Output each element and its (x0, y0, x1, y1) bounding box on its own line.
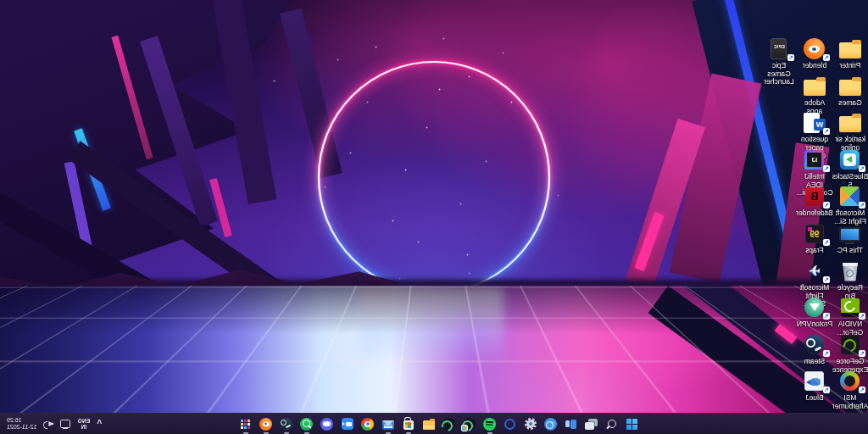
shortcut-arrow-overlay (859, 202, 865, 209)
taskbar-nvidia-geforce-button[interactable] (442, 417, 456, 431)
fraps-icon: 99 (805, 225, 824, 243)
icon-image-box (832, 75, 868, 97)
desktop-icon-msi-afterburner[interactable]: MSI Afterburner (832, 370, 868, 410)
search-icon (606, 418, 619, 431)
taskbar-zoom-button[interactable] (341, 417, 354, 431)
icon-image-box (832, 37, 868, 60)
desktop-icon-bitdefender[interactable]: BBitdefender (797, 185, 832, 218)
shortcut-arrow-overlay (823, 276, 830, 283)
folder-icon (839, 80, 861, 96)
desktop-icon-label: Steam (804, 358, 826, 366)
desktop-icon-label: Printer (839, 62, 860, 70)
taskbar-widgets-button[interactable] (565, 417, 578, 431)
desktop-icon-bluej[interactable]: BlueJ (797, 370, 832, 403)
volume-icon[interactable] (43, 419, 53, 429)
taskbar-pinned-apps (239, 414, 639, 434)
geforce-experience-icon (464, 418, 476, 431)
desktop-icon-label: Bitdefender (796, 209, 832, 218)
nvidia-icon (841, 298, 860, 317)
desktop-icon-microsoft-flight-si[interactable]: Microsoft Flight Si... (832, 185, 868, 225)
whatsapp-icon (301, 418, 314, 431)
task-view-icon (586, 418, 598, 431)
icon-image-box (832, 370, 868, 392)
cortana-icon (545, 418, 558, 431)
icon-image-box (797, 37, 832, 60)
taskbar-task-view-button[interactable] (585, 417, 598, 431)
icon-image-box (797, 333, 832, 356)
taskbar-whatsapp-button[interactable] (300, 417, 314, 431)
taskbar-ring-app-button[interactable] (504, 417, 517, 431)
desktop-icon-label: ProtonVPN (797, 320, 833, 329)
taskbar-spotify-button[interactable] (483, 417, 497, 431)
protonvpn-icon (805, 298, 825, 317)
icon-image-box: IJ (797, 148, 832, 171)
icon-image-box (832, 185, 868, 208)
icon-image-box: W (797, 111, 832, 134)
icon-glyph: B (805, 187, 824, 206)
region-code: IN (77, 424, 90, 431)
tray-overflow-chevron[interactable]: ^ (97, 420, 102, 428)
network-icon[interactable] (60, 420, 70, 429)
desktop-icon-fraps[interactable]: 99Fraps (797, 222, 832, 255)
desktop-icon-label: Fraps (805, 247, 824, 255)
desktop-icon-this-pc[interactable]: This PC (832, 222, 868, 255)
desktop-icon-bluestacks-5[interactable]: BlueStacks 5 (832, 148, 868, 189)
desktop-icon-games[interactable]: Games (832, 75, 868, 108)
desktop-icon-label: Epic Games Launcher (761, 62, 797, 86)
desktop-icon-nvidia-gefor[interactable]: NVIDIA GeFor... (832, 296, 868, 337)
desktop-icon-label: This PC (837, 247, 863, 255)
icon-image-box (797, 370, 832, 392)
taskbar-search-button[interactable] (605, 417, 619, 431)
desktop-icon-recycle-bin[interactable]: Recycle Bin (832, 259, 868, 300)
icon-image-box (797, 75, 832, 97)
icon-image-box: EPIC (761, 37, 797, 60)
shortcut-arrow-overlay (823, 350, 830, 357)
desktop-icon-label: blender (803, 62, 826, 70)
taskbar-start-button[interactable] (626, 417, 639, 431)
icon-image-box: B (797, 185, 832, 208)
steam-icon (805, 335, 825, 354)
language-code: ENG (77, 418, 90, 425)
file-explorer-icon (423, 420, 435, 430)
widgets-icon (565, 418, 578, 431)
desktop-icon-protonvpn[interactable]: ProtonVPN (797, 296, 832, 329)
chrome-icon (362, 418, 375, 431)
taskbar-pixel-game-button[interactable] (239, 417, 253, 431)
taskbar-geforce-experience-button[interactable] (463, 417, 476, 431)
microsoft-store-icon (403, 420, 414, 430)
taskbar-mail-button[interactable] (381, 417, 395, 431)
shortcut-arrow-overlay (823, 313, 830, 320)
desktop-icon-printer[interactable]: Printer (832, 37, 868, 70)
desktop-icon-adobe-apps[interactable]: Adobe apps (797, 75, 832, 115)
icon-image-box (832, 259, 868, 282)
desktop-icon-epic-games-launcher[interactable]: EPICEpic Games Launcher (761, 37, 797, 86)
zoom-icon (342, 418, 353, 430)
taskbar-file-explorer-button[interactable] (422, 417, 436, 431)
desktop-icon-label: MSI Afterburner (832, 394, 868, 410)
taskbar-microsoft-store-button[interactable] (402, 417, 415, 431)
intellij-icon: IJ (805, 150, 825, 170)
shortcut-arrow-overlay (823, 165, 830, 172)
shortcut-arrow-overlay (787, 54, 794, 61)
blender-icon (260, 418, 273, 431)
taskbar-steam-button[interactable] (280, 417, 293, 431)
desktop-icon-geforce-experience[interactable]: GeForce Experience (832, 333, 868, 374)
word-icon: W (804, 113, 820, 133)
icon-image-box (832, 333, 868, 356)
taskbar-settings-button[interactable] (524, 417, 537, 431)
thispc-icon (840, 227, 861, 242)
taskbar-blender-button[interactable] (259, 417, 273, 431)
bluestacks-icon (841, 150, 860, 170)
desktop-icon-blender[interactable]: blender (797, 37, 832, 70)
start-icon (627, 419, 638, 430)
taskbar: ^ ENG IN 16:29 12-11-2021 (0, 413, 868, 434)
desktop-icon-steam[interactable]: Steam (797, 333, 832, 366)
taskbar-discord-button[interactable] (320, 417, 334, 431)
taskbar-cortana-button[interactable] (544, 417, 558, 431)
language-indicator[interactable]: ENG IN (77, 418, 90, 431)
taskbar-chrome-button[interactable] (361, 417, 375, 431)
clock[interactable]: 16:29 12-11-2021 (7, 417, 36, 431)
shortcut-arrow-overlay (823, 202, 830, 209)
folder-icon (839, 116, 861, 132)
shortcut-arrow-overlay (859, 350, 865, 357)
